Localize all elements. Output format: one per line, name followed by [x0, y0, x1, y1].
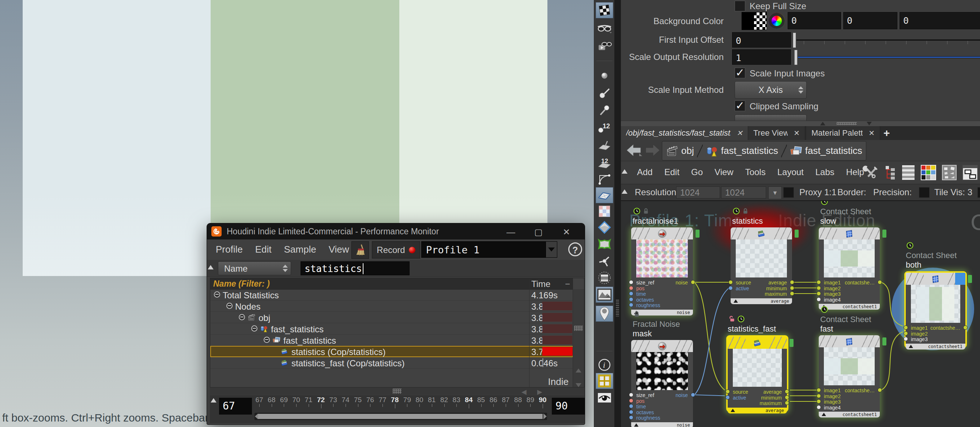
expand-down-icon[interactable]	[867, 122, 872, 125]
input-port-image2[interactable]: image2	[824, 286, 841, 291]
glasses-icon[interactable]	[596, 21, 613, 37]
input-dot-image4[interactable]	[816, 297, 821, 302]
color-wheel-icon[interactable]	[768, 13, 785, 29]
clock-icon[interactable]	[738, 316, 745, 322]
filter-type-dropdown[interactable]: Name	[218, 261, 291, 275]
node-footer[interactable]: contactsheet1	[819, 412, 880, 417]
pin-icon[interactable]	[596, 102, 613, 119]
diamond-icon[interactable]	[596, 219, 613, 235]
node-header[interactable]	[819, 335, 880, 347]
help-button[interactable]: ?	[568, 242, 582, 256]
lock-icon[interactable]	[633, 311, 640, 318]
expand-icon[interactable]	[733, 299, 738, 303]
display-flag[interactable]	[968, 275, 972, 283]
input-dot-source[interactable]	[725, 389, 730, 394]
input-dot-pos[interactable]	[629, 398, 633, 403]
input-dot-active[interactable]	[729, 286, 733, 290]
input-dot-image3[interactable]	[904, 337, 908, 341]
input-port-image1[interactable]: image1	[911, 325, 928, 331]
slider-left-handle[interactable]	[255, 413, 258, 419]
tree-icon[interactable]	[885, 165, 896, 180]
input-dot-image2[interactable]	[816, 394, 821, 398]
frame-end-field[interactable]: 90	[552, 398, 585, 414]
input-port-octaves[interactable]: octaves	[636, 297, 654, 303]
plane-pin-icon[interactable]	[596, 138, 613, 154]
display-flag[interactable]	[882, 337, 886, 346]
pane-tab-3[interactable]: Material Palette✕	[806, 126, 880, 140]
menu-layout[interactable]: Layout	[777, 167, 804, 177]
tab-close-icon[interactable]: ✕	[869, 129, 875, 138]
output-port[interactable]: average	[763, 389, 782, 395]
output-dot[interactable]	[691, 393, 695, 397]
input-port-image3[interactable]: image3	[911, 337, 928, 342]
name-column-header[interactable]: Name (Filter: )	[213, 279, 270, 289]
menu-labs[interactable]: Labs	[815, 167, 834, 177]
collapse-toggle-icon[interactable]	[214, 291, 220, 298]
node-header[interactable]	[728, 337, 787, 349]
input-port-octaves[interactable]: octaves	[636, 410, 654, 415]
output-dot[interactable]	[878, 280, 882, 284]
output-port[interactable]: noise	[676, 392, 688, 398]
perf-menu-sample[interactable]: Sample	[284, 244, 316, 255]
fan-icon[interactable]	[596, 253, 613, 269]
table-row[interactable]: statistics (Cop/statistics)3.713s	[210, 346, 573, 357]
pane-collapse-icon[interactable]	[622, 169, 627, 174]
input-port-time[interactable]: time	[636, 291, 646, 297]
plane-12-icon[interactable]: 12	[596, 155, 613, 171]
input-port-active[interactable]: active	[736, 286, 749, 291]
tab-close-icon[interactable]: ✕	[737, 129, 743, 138]
input-port-source[interactable]: source	[733, 389, 748, 395]
input-port-roughness[interactable]: roughness	[636, 415, 660, 421]
input-dot-image1[interactable]	[816, 280, 821, 284]
resolution-lock-checkbox[interactable]	[783, 187, 794, 198]
node-fractalnoise1[interactable]: size_refpostimeoctavesroughnessnoisenois…	[631, 227, 693, 316]
display-flag[interactable]	[882, 230, 886, 238]
display-flag[interactable]	[695, 230, 700, 238]
breadcrumb-segment[interactable]: fast_statistics	[790, 145, 862, 157]
node-header[interactable]	[631, 340, 693, 352]
expand-icon[interactable]	[634, 423, 638, 427]
input-port-pos[interactable]: pos	[636, 398, 645, 404]
checker-colors-icon[interactable]	[596, 203, 613, 219]
input-dot-image4[interactable]	[816, 405, 821, 410]
input-port-image3[interactable]: image3	[824, 291, 841, 297]
table-row[interactable]: Nodes3.865s	[210, 300, 573, 312]
slider-handle[interactable]	[793, 33, 796, 48]
layout-icon[interactable]	[963, 165, 978, 180]
wrench-icon[interactable]	[862, 165, 879, 180]
input-dot-image3[interactable]	[816, 291, 821, 296]
clock-icon[interactable]	[821, 200, 828, 205]
scroll-grip[interactable]	[574, 326, 583, 331]
point-handle-icon[interactable]	[596, 85, 613, 101]
slider-right-handle[interactable]	[543, 413, 547, 419]
menu-add[interactable]: Add	[637, 167, 653, 177]
node-slow[interactable]: image1image2image3image4contactshe…conta…	[819, 227, 880, 310]
input-port-active[interactable]: active	[733, 395, 746, 401]
clear-profile-button[interactable]	[352, 241, 369, 259]
record-button[interactable]: Record	[372, 241, 420, 259]
lock-icon[interactable]	[643, 208, 649, 214]
collapse-toggle-icon[interactable]	[226, 303, 232, 309]
menu-edit[interactable]: Edit	[664, 167, 679, 177]
lock-icon[interactable]	[742, 208, 749, 214]
eye-icon[interactable]	[596, 390, 613, 406]
node-footer[interactable]: average	[728, 408, 787, 413]
output-port[interactable]: contactshe…	[845, 387, 875, 394]
output-dot[interactable]	[785, 395, 789, 400]
node-both[interactable]: image1image2image3contactshe…contactshee…	[904, 271, 967, 348]
bg-color-g-field[interactable]: 0	[843, 12, 897, 29]
output-dot[interactable]	[691, 280, 695, 284]
pane-splitter[interactable]	[614, 0, 621, 427]
precision-checkbox[interactable]	[919, 187, 929, 198]
collapse-toggle-icon[interactable]	[264, 337, 270, 343]
spinner-icon[interactable]	[798, 81, 803, 98]
menu-go[interactable]: Go	[691, 167, 703, 177]
timeline-slider[interactable]	[255, 413, 547, 420]
table-row[interactable]: fast_statistics3.865s	[210, 323, 573, 335]
tab-close-icon[interactable]: ✕	[794, 129, 800, 138]
viewport-cube-icon[interactable]	[596, 2, 613, 18]
pane-collapse-icon[interactable]	[622, 189, 627, 194]
resolution-preset-dropdown[interactable]: ▼	[768, 186, 782, 199]
menu-help[interactable]: Help	[846, 167, 864, 177]
input-dot-roughness[interactable]	[629, 303, 633, 307]
